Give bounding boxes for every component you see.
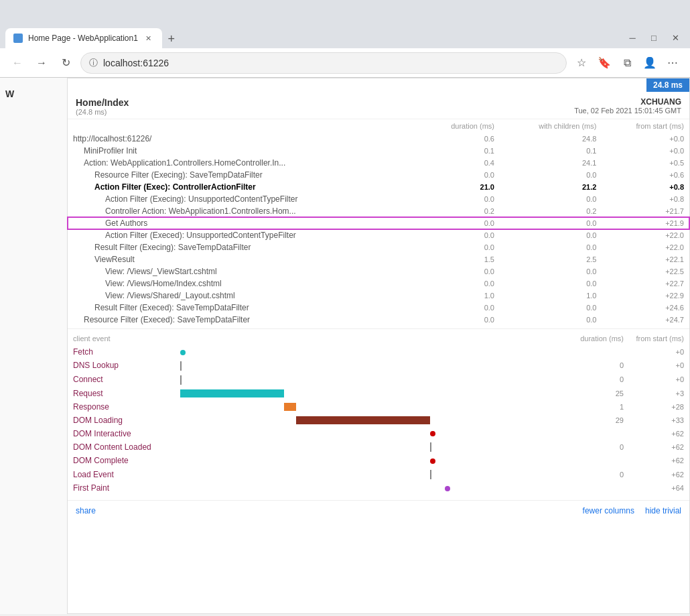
timing-row: Resource Filter (Execing): SaveTempDataF…	[68, 169, 689, 181]
reload-button[interactable]: ↻	[56, 54, 75, 72]
timing-duration: 0.0	[419, 229, 500, 241]
timing-duration: 0.0	[419, 193, 500, 205]
timing-duration: 0.0	[419, 314, 500, 326]
timing-from-start: +0.8	[602, 181, 689, 193]
timing-duration: 0.6	[419, 133, 500, 145]
left-margin: W	[0, 78, 67, 614]
client-bar-cell	[175, 345, 569, 359]
client-row: Connect0+0	[68, 373, 689, 387]
timing-duration: 0.2	[419, 205, 500, 217]
client-from-start: +33	[629, 414, 689, 427]
url-bar[interactable]: ⓘ localhost:61226	[80, 52, 567, 74]
timing-label: View: /Views/Home/Index.cshtml	[68, 278, 419, 290]
client-event-label: DNS Lookup	[68, 359, 175, 373]
timing-row: Action Filter (Execed): UnsupportedConte…	[68, 229, 689, 241]
timing-from-start: +0.0	[602, 145, 689, 157]
menu-button[interactable]: ⋯	[663, 54, 682, 72]
client-event-label: DOM Interactive	[68, 427, 175, 440]
timing-with-children: 24.8	[500, 133, 602, 145]
timing-duration: 0.0	[419, 241, 500, 253]
close-window-button[interactable]: ✕	[666, 29, 685, 46]
tab-manager-button[interactable]: ⧉	[618, 54, 636, 72]
client-event-label: Load Event	[68, 467, 175, 481]
timing-duration: 0.0	[419, 217, 500, 229]
timing-duration: 0.0	[419, 265, 500, 278]
client-row: DOM Content Loaded0+62	[68, 440, 689, 454]
url-text: localhost:61226	[103, 58, 558, 68]
timing-label: Get Authors	[68, 217, 419, 229]
bookmark-star-button[interactable]: ☆	[572, 54, 591, 72]
reading-list-button[interactable]: 🔖	[595, 54, 614, 72]
timing-row: Result Filter (Execing): SaveTempDataFil…	[68, 241, 689, 253]
client-from-start: +62	[629, 467, 689, 481]
timing-label: Action Filter (Execing): UnsupportedCont…	[68, 193, 419, 205]
client-col-duration: duration (ms)	[569, 332, 629, 345]
fewer-columns-link[interactable]: fewer columns	[583, 506, 634, 515]
profiler-header: Home/Index (24.8 ms) XCHUANG Tue, 02 Feb…	[68, 92, 689, 119]
profile-button[interactable]: 👤	[640, 54, 659, 72]
timings-table: duration (ms) with children (ms) from st…	[68, 119, 689, 326]
timing-row: Get Authors0.00.0+21.9	[68, 217, 689, 229]
timing-label: Resource Filter (Execing): SaveTempDataF…	[68, 169, 419, 181]
timing-label: View: /Views/Shared/_Layout.cshtml	[68, 290, 419, 302]
client-bar-cell	[175, 440, 569, 454]
timing-from-start: +21.7	[602, 205, 689, 217]
timing-with-children: 0.1	[500, 145, 602, 157]
client-bar-cell	[175, 373, 569, 387]
browser-window: Home Page - WebApplication1 ✕ + ─ □ ✕ ← …	[0, 0, 690, 616]
forward-button[interactable]: →	[32, 54, 51, 72]
timing-with-children: 0.0	[500, 302, 602, 314]
timing-from-start: +22.9	[602, 290, 689, 302]
profiler-title-area: Home/Index (24.8 ms)	[76, 97, 129, 116]
timing-label: MiniProfiler Init	[68, 145, 419, 157]
hide-trivial-link[interactable]: hide trivial	[645, 506, 681, 515]
timing-duration: 0.1	[419, 145, 500, 157]
client-from-start: +62	[629, 454, 689, 467]
client-event-label: Request	[68, 387, 175, 400]
client-from-start: +3	[629, 387, 689, 400]
client-bar-cell	[175, 359, 569, 373]
title-bar	[0, 0, 690, 24]
timing-label: Action: WebApplication1.Controllers.Home…	[68, 157, 419, 169]
minimize-button[interactable]: ─	[623, 29, 642, 46]
section-divider	[68, 328, 689, 329]
new-tab-button[interactable]: +	[162, 29, 181, 48]
share-link[interactable]: share	[76, 506, 96, 515]
col-duration: duration (ms)	[419, 119, 500, 133]
back-button[interactable]: ←	[8, 54, 27, 72]
timing-row: View: /Views/_ViewStart.cshtml0.00.0+22.…	[68, 265, 689, 278]
timing-row: http://localhost:61226/0.624.8+0.0	[68, 133, 689, 145]
client-duration	[569, 427, 629, 440]
browser-tab[interactable]: Home Page - WebApplication1 ✕	[5, 28, 162, 48]
client-duration	[569, 345, 629, 359]
timing-row: Action Filter (Execing): UnsupportedCont…	[68, 193, 689, 205]
timing-from-start: +22.0	[602, 241, 689, 253]
client-row: DOM Interactive+62	[68, 427, 689, 440]
timing-label: ViewResult	[68, 253, 419, 265]
client-from-start: +0	[629, 359, 689, 373]
client-row: Request25+3	[68, 387, 689, 400]
timing-from-start: +22.5	[602, 265, 689, 278]
profiler-badge[interactable]: 24.8 ms	[646, 78, 689, 92]
profiler-meta: XCHUANG Tue, 02 Feb 2021 15:01:45 GMT	[574, 97, 681, 115]
timing-with-children: 0.0	[500, 314, 602, 326]
client-from-start: +28	[629, 400, 689, 414]
profiler-duration-label: (24.8 ms)	[76, 108, 129, 116]
timing-from-start: +0.5	[602, 157, 689, 169]
timing-row: Result Filter (Execed): SaveTempDataFilt…	[68, 302, 689, 314]
client-col-from-start: from start (ms)	[629, 332, 689, 345]
timing-with-children: 0.0	[500, 278, 602, 290]
timing-from-start: +22.0	[602, 229, 689, 241]
tab-close-button[interactable]: ✕	[143, 33, 154, 44]
timing-row: View: /Views/Home/Index.cshtml0.00.0+22.…	[68, 278, 689, 290]
timing-with-children: 1.0	[500, 290, 602, 302]
client-bar-cell	[175, 400, 569, 414]
timing-from-start: +24.7	[602, 314, 689, 326]
profiler-footer: share fewer columns hide trivial	[68, 500, 689, 521]
timing-with-children: 2.5	[500, 253, 602, 265]
profiler-user: XCHUANG	[574, 97, 681, 107]
maximize-button[interactable]: □	[644, 29, 663, 46]
timing-from-start: +22.7	[602, 278, 689, 290]
timing-label: View: /Views/_ViewStart.cshtml	[68, 265, 419, 278]
timing-with-children: 0.0	[500, 241, 602, 253]
